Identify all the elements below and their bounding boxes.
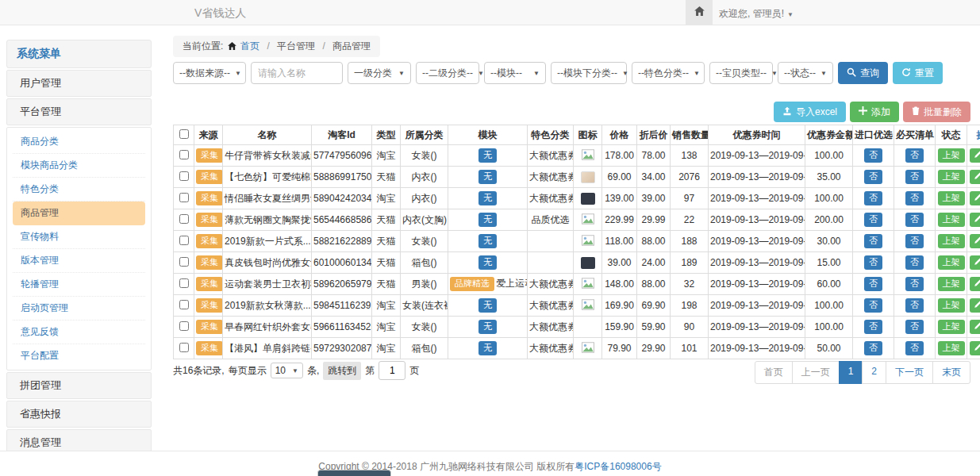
- sidebar-subitem[interactable]: 启动页管理: [13, 297, 145, 321]
- row-checkbox[interactable]: [179, 171, 189, 181]
- import-excel-button[interactable]: 导入excel: [774, 102, 846, 122]
- jump-button[interactable]: 跳转到: [323, 362, 361, 380]
- status-badge[interactable]: 上架: [938, 341, 965, 355]
- row-checkbox[interactable]: [179, 321, 189, 331]
- status-badge[interactable]: 上架: [938, 320, 965, 333]
- per-page-select[interactable]: 10 ▼: [271, 363, 303, 378]
- status-badge[interactable]: 上架: [938, 148, 965, 162]
- imported-toggle[interactable]: 否: [864, 170, 882, 183]
- status-badge[interactable]: 上架: [938, 234, 965, 248]
- sidebar-subitem[interactable]: 版本管理: [13, 249, 145, 273]
- edit-button[interactable]: [970, 341, 980, 355]
- edit-button[interactable]: [970, 234, 980, 248]
- imported-toggle[interactable]: 否: [864, 213, 882, 226]
- pager-button[interactable]: 2: [862, 361, 886, 384]
- sidebar-item[interactable]: 平台管理: [6, 98, 152, 125]
- sidebar-subitem[interactable]: 轮播管理: [13, 273, 145, 297]
- must-buy-toggle[interactable]: 否: [905, 170, 924, 183]
- pager-button[interactable]: 下一页: [886, 361, 933, 384]
- sidebar-subitem[interactable]: 特色分类: [13, 178, 145, 202]
- sidebar-item[interactable]: 拼团管理: [6, 372, 152, 399]
- cell-feature: 大额优惠券: [528, 317, 574, 338]
- must-buy-toggle[interactable]: 否: [905, 320, 924, 333]
- cell-feature: 大额优惠券: [528, 167, 574, 188]
- must-buy-toggle[interactable]: 否: [905, 341, 924, 355]
- edit-button[interactable]: [970, 191, 980, 205]
- must-buy-toggle[interactable]: 否: [905, 148, 924, 162]
- sidebar-subitem[interactable]: 商品分类: [13, 130, 145, 154]
- edit-button[interactable]: [970, 255, 980, 270]
- cell-price: 118.00: [602, 231, 637, 252]
- row-checkbox[interactable]: [179, 214, 189, 224]
- edit-button[interactable]: [970, 213, 980, 227]
- cell-operations: [967, 274, 980, 295]
- row-checkbox[interactable]: [179, 278, 189, 288]
- must-buy-toggle[interactable]: 否: [905, 277, 924, 290]
- imported-toggle[interactable]: 否: [864, 255, 882, 269]
- filter-select[interactable]: --宝贝类型--▼: [709, 62, 773, 84]
- sidebar-subitem[interactable]: 平台配置: [13, 344, 145, 367]
- imported-toggle[interactable]: 否: [864, 148, 882, 162]
- jump-page-input[interactable]: [379, 361, 405, 380]
- sidebar-item[interactable]: 用户管理: [6, 70, 152, 97]
- edit-button[interactable]: [970, 148, 980, 163]
- must-buy-toggle[interactable]: 否: [905, 255, 924, 269]
- pager-button[interactable]: 末页: [932, 361, 970, 384]
- status-badge[interactable]: 上架: [938, 255, 965, 269]
- edit-button[interactable]: [970, 277, 980, 291]
- cell-source: 采集: [194, 145, 223, 167]
- filter-select[interactable]: --特色分类--▼: [632, 62, 705, 84]
- pager-button[interactable]: 1: [839, 361, 863, 384]
- cell-checkbox: [174, 209, 194, 231]
- add-button[interactable]: 添加: [850, 102, 899, 122]
- filter-select[interactable]: --二级分类--▼: [416, 62, 479, 84]
- name-search-input[interactable]: [251, 62, 343, 84]
- status-badge[interactable]: 上架: [938, 191, 965, 205]
- filter-select[interactable]: --模块--▼: [484, 62, 546, 84]
- imported-toggle[interactable]: 否: [864, 191, 882, 205]
- row-checkbox[interactable]: [179, 257, 189, 267]
- status-badge[interactable]: 上架: [938, 213, 965, 226]
- imported-toggle[interactable]: 否: [864, 341, 882, 355]
- edit-button[interactable]: [970, 298, 980, 313]
- must-buy-toggle[interactable]: 否: [905, 213, 924, 226]
- imported-toggle[interactable]: 否: [864, 234, 882, 248]
- edit-button[interactable]: [970, 170, 980, 184]
- filter-select[interactable]: --状态--▼: [778, 62, 833, 84]
- home-button[interactable]: [686, 0, 713, 25]
- query-button[interactable]: 查询: [838, 62, 888, 84]
- edit-button[interactable]: [970, 320, 980, 334]
- imported-toggle[interactable]: 否: [864, 277, 882, 290]
- imported-toggle[interactable]: 否: [864, 298, 882, 312]
- sidebar-subitem-active[interactable]: 商品管理: [13, 202, 145, 225]
- must-buy-toggle[interactable]: 否: [905, 234, 924, 248]
- must-buy-toggle[interactable]: 否: [905, 298, 924, 312]
- sidebar-subitem[interactable]: 宣传物料: [13, 225, 145, 249]
- row-checkbox[interactable]: [179, 343, 189, 352]
- user-menu[interactable]: 欢迎您, 管理员!▼: [719, 7, 794, 21]
- row-checkbox[interactable]: [179, 193, 189, 202]
- select-all-checkbox[interactable]: [179, 129, 189, 139]
- cell-operations: [967, 188, 980, 209]
- column-header: 销售数量: [671, 125, 709, 145]
- reset-button[interactable]: 重置: [893, 62, 943, 84]
- batch-delete-button[interactable]: 批量删除: [903, 102, 970, 122]
- status-badge[interactable]: 上架: [938, 277, 965, 290]
- row-checkbox[interactable]: [179, 150, 189, 159]
- filter-select[interactable]: --数据来源--▼: [173, 62, 246, 84]
- filter-select[interactable]: --模块下分类--▼: [551, 62, 627, 84]
- sidebar-subitem[interactable]: 模块商品分类: [13, 154, 145, 178]
- sidebar-item[interactable]: 省惠快报: [6, 401, 152, 428]
- must-buy-toggle[interactable]: 否: [905, 191, 924, 205]
- row-checkbox[interactable]: [179, 236, 189, 245]
- filter-select[interactable]: 一级分类▼: [348, 62, 411, 84]
- status-badge[interactable]: 上架: [938, 170, 965, 183]
- breadcrumb-home-link[interactable]: 首页: [240, 40, 259, 52]
- source-badge: 采集: [196, 213, 223, 226]
- imported-toggle[interactable]: 否: [864, 320, 882, 333]
- status-badge[interactable]: 上架: [938, 298, 965, 312]
- row-checkbox[interactable]: [179, 300, 189, 309]
- sidebar-item[interactable]: 消息管理: [6, 429, 152, 451]
- icp-link[interactable]: 粤ICP备16098006号: [575, 461, 661, 472]
- sidebar-subitem[interactable]: 意见反馈: [13, 321, 145, 344]
